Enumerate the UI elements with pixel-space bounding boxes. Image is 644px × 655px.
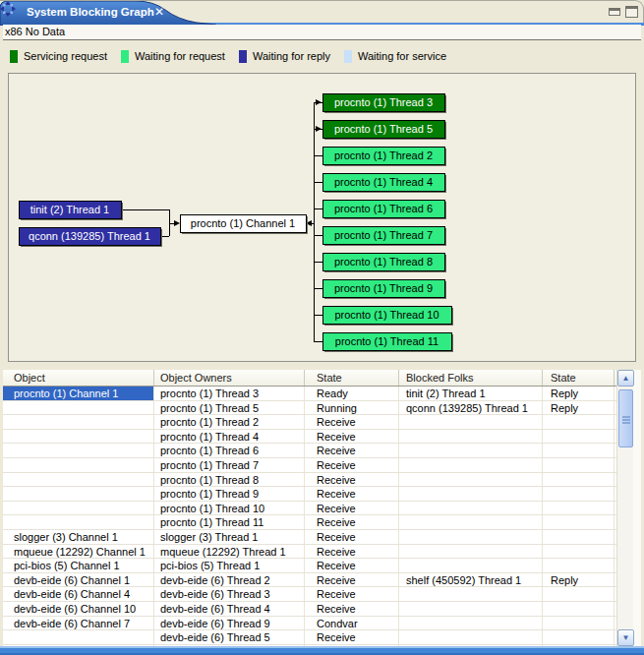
table-cell[interactable]: Receive bbox=[305, 602, 399, 616]
table-cell[interactable]: Receive bbox=[305, 502, 399, 515]
table-cell[interactable]: tinit (2) Thread 1 bbox=[399, 387, 543, 400]
table-cell[interactable]: Receive bbox=[305, 587, 399, 601]
column-header-state[interactable]: State bbox=[305, 370, 399, 386]
table-cell[interactable]: Receive bbox=[305, 473, 399, 487]
table-row[interactable]: devb-eide (6) Channel 4devb-eide (6) Thr… bbox=[3, 587, 616, 602]
table-cell[interactable]: shelf (450592) Thread 1 bbox=[399, 573, 543, 587]
table-cell[interactable]: procnto (1) Channel 1 bbox=[3, 387, 154, 400]
table-cell[interactable] bbox=[399, 530, 543, 544]
table-row[interactable]: procnto (1) Thread 7Receive bbox=[3, 458, 616, 473]
column-header-state-2[interactable]: State bbox=[543, 370, 615, 386]
table-cell[interactable] bbox=[399, 515, 543, 529]
table-cell[interactable]: mqueue (12292) Thread 1 bbox=[154, 545, 305, 559]
table-cell[interactable]: Receive bbox=[305, 444, 399, 457]
table-cell[interactable] bbox=[543, 617, 615, 630]
table-cell[interactable]: Receive bbox=[305, 430, 399, 444]
table-cell[interactable]: pci-bios (5) Thread 1 bbox=[154, 559, 305, 572]
table-cell[interactable] bbox=[399, 473, 543, 487]
table-cell[interactable]: devb-eide (6) Channel 1 bbox=[3, 573, 154, 587]
table-cell[interactable] bbox=[3, 630, 154, 644]
table-cell[interactable]: Receive bbox=[305, 559, 399, 572]
table-cell[interactable] bbox=[399, 617, 543, 630]
table-row[interactable]: devb-eide (6) Thread 5Receive bbox=[3, 630, 616, 645]
table-cell[interactable]: mqueue (12292) Channel 1 bbox=[3, 545, 154, 559]
tab-system-blocking-graph[interactable]: System Blocking Graph ✕ bbox=[0, 1, 216, 26]
table-cell[interactable] bbox=[3, 502, 154, 515]
table-vertical-scrollbar[interactable]: ▲ ▼ bbox=[616, 370, 633, 646]
table-row[interactable]: procnto (1) Thread 4Receive bbox=[3, 430, 616, 445]
table-cell[interactable] bbox=[399, 630, 543, 644]
table-cell[interactable]: Receive bbox=[305, 545, 399, 559]
table-cell[interactable]: Receive bbox=[305, 458, 399, 472]
table-cell[interactable] bbox=[543, 458, 615, 472]
table-cell[interactable] bbox=[399, 587, 543, 601]
table-cell[interactable]: procnto (1) Thread 4 bbox=[154, 430, 305, 444]
table-cell[interactable] bbox=[399, 415, 543, 429]
table-cell[interactable]: Reply bbox=[543, 387, 615, 400]
table-cell[interactable]: Ready bbox=[305, 387, 399, 400]
table-cell[interactable]: Reply bbox=[543, 573, 615, 587]
table-row[interactable]: slogger (3) Channel 1slogger (3) Thread … bbox=[3, 530, 616, 545]
table-cell[interactable]: procnto (1) Thread 11 bbox=[154, 515, 305, 529]
table-cell[interactable] bbox=[399, 430, 543, 444]
table-row[interactable]: procnto (1) Channel 1procnto (1) Thread … bbox=[3, 387, 616, 401]
table-cell[interactable]: Receive bbox=[305, 415, 399, 429]
table-row[interactable]: devb-eide (6) Channel 1devb-eide (6) Thr… bbox=[3, 573, 616, 588]
table-cell[interactable]: Receive bbox=[305, 530, 399, 544]
table-cell[interactable]: procnto (1) Thread 9 bbox=[154, 487, 305, 501]
table-cell[interactable]: devb-eide (6) Thread 3 bbox=[154, 587, 305, 601]
table-cell[interactable] bbox=[543, 515, 615, 529]
table-row[interactable]: procnto (1) Thread 6Receive bbox=[3, 444, 616, 458]
table-cell[interactable]: pci-bios (5) Channel 1 bbox=[3, 559, 154, 572]
table-cell[interactable] bbox=[3, 401, 154, 415]
table-cell[interactable]: Receive bbox=[305, 487, 399, 501]
table-cell[interactable]: qconn (139285) Thread 1 bbox=[399, 401, 543, 415]
table-cell[interactable]: devb-eide (6) Channel 7 bbox=[3, 617, 154, 630]
table-cell[interactable] bbox=[399, 444, 543, 457]
table-cell[interactable]: procnto (1) Thread 6 bbox=[154, 444, 305, 457]
table-cell[interactable]: slogger (3) Thread 1 bbox=[154, 530, 305, 544]
table-cell[interactable]: procnto (1) Thread 2 bbox=[154, 415, 305, 429]
table-cell[interactable] bbox=[543, 602, 615, 616]
table-cell[interactable] bbox=[3, 415, 154, 429]
table-cell[interactable]: Running bbox=[305, 401, 399, 415]
table-cell[interactable] bbox=[3, 473, 154, 487]
table-cell[interactable] bbox=[3, 444, 154, 457]
table-cell[interactable] bbox=[399, 487, 543, 501]
table-cell[interactable] bbox=[543, 559, 615, 572]
table-cell[interactable]: procnto (1) Thread 3 bbox=[154, 387, 305, 400]
table-cell[interactable] bbox=[543, 530, 615, 544]
column-header-object-owners[interactable]: Object Owners bbox=[154, 370, 305, 386]
table-cell[interactable] bbox=[399, 602, 543, 616]
table-cell[interactable]: devb-eide (6) Channel 10 bbox=[3, 602, 154, 616]
scrollbar-thumb[interactable] bbox=[618, 389, 633, 447]
table-row[interactable]: procnto (1) Thread 8Receive bbox=[3, 473, 616, 488]
table-cell[interactable] bbox=[543, 587, 615, 601]
table-cell[interactable]: Reply bbox=[543, 401, 615, 415]
table-cell[interactable] bbox=[543, 430, 615, 444]
scroll-up-icon[interactable]: ▲ bbox=[617, 370, 634, 387]
table-cell[interactable] bbox=[543, 630, 615, 644]
maximize-view-icon[interactable] bbox=[625, 6, 638, 18]
minimize-view-icon[interactable] bbox=[609, 8, 620, 16]
table-cell[interactable] bbox=[543, 545, 615, 559]
table-cell[interactable] bbox=[3, 515, 154, 529]
table-cell[interactable]: Receive bbox=[305, 515, 399, 529]
table-cell[interactable] bbox=[3, 487, 154, 501]
table-row[interactable]: procnto (1) Thread 5Runningqconn (139285… bbox=[3, 401, 616, 416]
table-cell[interactable]: procnto (1) Thread 8 bbox=[154, 473, 305, 487]
table-row[interactable]: procnto (1) Thread 11Receive bbox=[3, 515, 616, 530]
table-row[interactable]: mqueue (12292) Channel 1mqueue (12292) T… bbox=[3, 545, 616, 560]
table-cell[interactable] bbox=[543, 415, 615, 429]
table-cell[interactable]: procnto (1) Thread 5 bbox=[154, 401, 305, 415]
table-cell[interactable] bbox=[543, 502, 615, 515]
table-cell[interactable]: slogger (3) Channel 1 bbox=[3, 530, 154, 544]
table-cell[interactable] bbox=[3, 458, 154, 472]
table-cell[interactable]: devb-eide (6) Thread 9 bbox=[154, 617, 305, 630]
table-row[interactable]: procnto (1) Thread 9Receive bbox=[3, 487, 616, 502]
column-header-object[interactable]: Object bbox=[3, 370, 154, 386]
table-cell[interactable]: devb-eide (6) Thread 5 bbox=[154, 630, 305, 644]
table-cell[interactable]: Receive bbox=[305, 573, 399, 587]
table-row[interactable]: procnto (1) Thread 2Receive bbox=[3, 415, 616, 430]
tab-close-icon[interactable]: ✕ bbox=[154, 5, 164, 19]
